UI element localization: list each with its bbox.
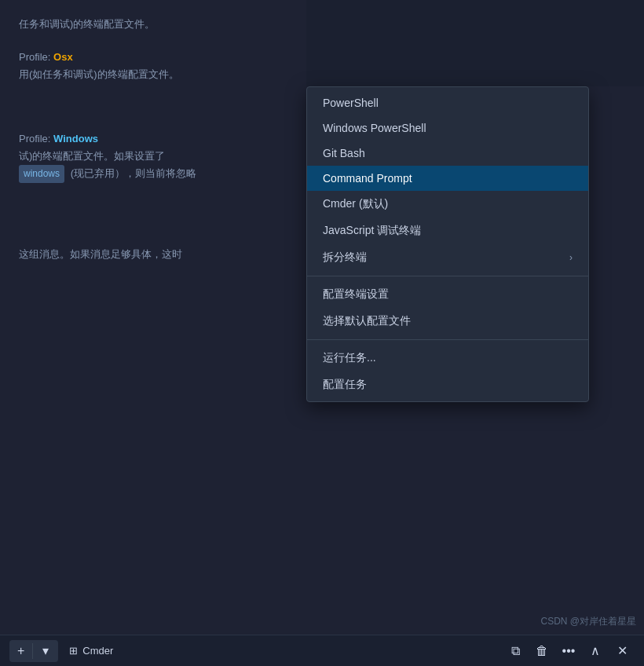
add-terminal-group: + ▾	[9, 640, 58, 662]
dropdown-divider-1	[307, 276, 588, 276]
dropdown-item-split-terminal[interactable]: 拆分终端 ›	[307, 244, 588, 271]
more-icon: •••	[562, 644, 576, 658]
bottom-toolbar: + ▾ ⊞ Cmder ⧉ 🗑 ••• ∧ ✕	[0, 635, 644, 666]
dropdown-item-label-powershell: PowerShell	[323, 97, 573, 109]
dropdown-item-run-task[interactable]: 运行任务...	[307, 345, 588, 371]
trash-icon: 🗑	[536, 644, 548, 658]
dropdown-item-label-split-terminal: 拆分终端	[323, 251, 569, 265]
kill-terminal-button[interactable]: 🗑	[529, 640, 554, 662]
terminal-icon: ⊞	[69, 645, 78, 657]
text-top-1: 任务和调试)的终端配置文件。	[19, 18, 155, 30]
dropdown-item-label-windows-powershell: Windows PowerShell	[323, 122, 573, 134]
msg-body: 这组消息。如果消息足够具体，这时	[19, 248, 182, 260]
dropdown-arrow-icon: ▾	[42, 643, 49, 658]
up-icon: ∧	[591, 643, 600, 658]
dropdown-item-label-select-profile: 选择默认配置文件	[323, 314, 573, 328]
dropdown-item-label-command-prompt: Command Prompt	[323, 172, 573, 185]
dropdown-item-label-run-task: 运行任务...	[323, 351, 573, 365]
dropdown-section-1: PowerShell Windows PowerShell Git Bash C…	[307, 87, 588, 274]
dropdown-item-select-profile[interactable]: 选择默认配置文件	[307, 308, 588, 335]
maximize-panel-button[interactable]: ∧	[583, 640, 608, 662]
profile-label-osx: Profile:	[19, 51, 53, 63]
dropdown-item-windows-powershell[interactable]: Windows PowerShell	[307, 115, 588, 141]
dropdown-item-powershell[interactable]: PowerShell	[307, 90, 588, 115]
dropdown-menu: PowerShell Windows PowerShell Git Bash C…	[306, 86, 589, 402]
close-icon: ✕	[617, 643, 628, 658]
dropdown-section-2: 配置终端设置 选择默认配置文件	[307, 278, 588, 338]
dropdown-section-3: 运行任务... 配置任务	[307, 342, 588, 401]
profile-label-windows: Profile:	[19, 133, 53, 145]
watermark-text: CSDN @对岸住着星星	[540, 616, 636, 627]
terminal-name-label: Cmder	[82, 645, 113, 657]
osx-body: 用(如任务和调试)的终端配置文件。	[19, 68, 179, 80]
dropdown-item-label-cmder: Cmder (默认)	[323, 197, 573, 211]
windows-body-2: (现已弃用），则当前将忽略	[71, 167, 196, 179]
dropdown-item-label-git-bash: Git Bash	[323, 147, 573, 159]
split-terminal-button[interactable]: ⧉	[503, 640, 528, 662]
add-icon: +	[17, 644, 24, 658]
left-panel: 任务和调试)的终端配置文件。 Profile: Osx 用(如任务和调试)的终端…	[0, 0, 306, 573]
windows-tag: windows	[19, 165, 64, 182]
dropdown-item-label-js-terminal: JavaScript 调试终端	[323, 224, 573, 238]
dropdown-arrow-button[interactable]: ▾	[33, 640, 58, 662]
chevron-right-icon: ›	[569, 252, 573, 263]
windows-body-1: 试)的终端配置文件。如果设置了	[19, 150, 165, 162]
add-terminal-button[interactable]: +	[9, 640, 32, 662]
dropdown-item-cmder[interactable]: Cmder (默认)	[307, 191, 588, 218]
profile-value-windows: Windows	[53, 133, 98, 145]
dropdown-item-config-task[interactable]: 配置任务	[307, 371, 588, 398]
right-overlay-top	[306, 0, 644, 86]
dropdown-item-label-config-terminal: 配置终端设置	[323, 287, 573, 302]
terminal-tab-cmder[interactable]: ⊞ Cmder	[61, 642, 121, 660]
toolbar-right-group: ⧉ 🗑 ••• ∧ ✕	[503, 640, 635, 662]
close-panel-button[interactable]: ✕	[609, 640, 635, 662]
more-options-button[interactable]: •••	[556, 640, 581, 662]
dropdown-item-js-terminal[interactable]: JavaScript 调试终端	[307, 218, 588, 244]
dropdown-item-label-config-task: 配置任务	[323, 378, 573, 392]
dropdown-item-command-prompt[interactable]: Command Prompt	[307, 166, 588, 191]
dropdown-item-git-bash[interactable]: Git Bash	[307, 141, 588, 166]
watermark: CSDN @对岸住着星星	[540, 615, 636, 628]
profile-value-osx: Osx	[53, 51, 73, 63]
dropdown-divider-2	[307, 339, 588, 340]
split-icon: ⧉	[511, 644, 520, 658]
dropdown-item-config-terminal[interactable]: 配置终端设置	[307, 281, 588, 308]
